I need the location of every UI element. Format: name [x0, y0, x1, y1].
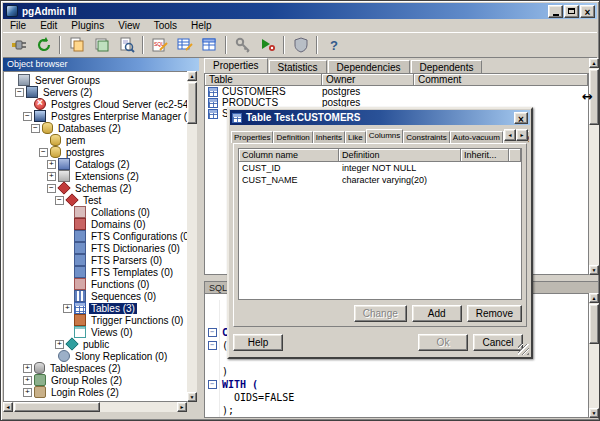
dialog-close-button[interactable] — [514, 112, 528, 124]
expand-toggle[interactable] — [23, 388, 32, 397]
scrollbar-left-arrow[interactable] — [3, 402, 13, 412]
menu-edit[interactable]: Edit — [33, 20, 64, 31]
tree-item-public[interactable]: public — [4, 338, 187, 350]
dialog-tab-definition[interactable]: Definition — [273, 131, 312, 143]
tab-scroll-right[interactable] — [516, 129, 528, 141]
tree-item-fts-configurations[interactable]: FTS Configurations (0) — [4, 230, 187, 242]
tree-item-functions[interactable]: Functions (0) — [4, 278, 187, 290]
column-header-table[interactable]: Table — [205, 74, 322, 86]
toolbar-help-button[interactable]: ? — [321, 34, 346, 56]
toolbar-execute-button[interactable] — [255, 34, 280, 56]
resize-grip[interactable] — [518, 344, 529, 355]
tree-item-postgres[interactable]: postgres — [4, 146, 187, 158]
tree-item-postgres-cloud-server[interactable]: Postgres Cloud Server (ec2-54-221-200-23… — [4, 98, 187, 110]
column-header-owner[interactable]: Owner — [322, 74, 414, 86]
tree-item-views[interactable]: Views (0) — [4, 326, 187, 338]
tree-item-databases[interactable]: Databases (2) — [4, 122, 187, 134]
collapse-toggle[interactable] — [47, 184, 56, 193]
help-button[interactable]: Help — [233, 334, 283, 351]
collapse-toggle[interactable] — [39, 148, 48, 157]
toolbar-windows-button[interactable] — [89, 34, 114, 56]
toolbar-key-button[interactable] — [230, 34, 255, 56]
tree-horizontal-scrollbar[interactable] — [3, 402, 187, 412]
tree-item-schemas[interactable]: Schemas (2) — [4, 182, 187, 194]
toolbar-doc-magnifier-button[interactable] — [114, 34, 139, 56]
column-header-comment[interactable]: Comment — [414, 74, 588, 86]
expand-toggle[interactable] — [47, 172, 56, 181]
toolbar-view-data-button[interactable] — [197, 34, 222, 56]
toolbar-edit-grid-button[interactable] — [172, 34, 197, 56]
scrollbar-up-arrow[interactable] — [589, 293, 599, 303]
tab-statistics[interactable]: Statistics — [269, 60, 327, 73]
menu-tools[interactable]: Tools — [147, 20, 184, 31]
expand-toggle[interactable] — [47, 160, 56, 169]
scrollbar-thumb[interactable] — [589, 304, 599, 344]
dialog-tab-constraints[interactable]: Constraints — [403, 131, 449, 143]
tree-item-tablespaces[interactable]: Tablespaces (2) — [4, 362, 187, 374]
dialog-tab-properties[interactable]: Properties — [231, 131, 273, 143]
tree-item-slony-replication[interactable]: Slony Replication (0) — [4, 350, 187, 362]
expand-toggle[interactable] — [23, 376, 32, 385]
tree-item-collations[interactable]: Collations (0) — [4, 206, 187, 218]
collapse-toggle[interactable] — [31, 124, 40, 133]
scrollbar-thumb[interactable] — [187, 82, 197, 124]
remove-button[interactable]: Remove — [467, 305, 522, 322]
menu-view[interactable]: View — [111, 20, 147, 31]
dialog-titlebar[interactable]: Table Test.CUSTOMERS — [230, 110, 530, 125]
tree-item-domains[interactable]: Domains (0) — [4, 218, 187, 230]
menu-help[interactable]: Help — [184, 20, 219, 31]
collapse-toggle[interactable] — [15, 88, 24, 97]
toolbar-shield-button[interactable] — [288, 34, 313, 56]
table-row-customers[interactable]: CUSTOMERS postgres — [205, 86, 588, 97]
fold-collapse-icon[interactable] — [208, 341, 217, 350]
scrollbar-down-arrow[interactable] — [187, 392, 197, 402]
dialog-tab-columns[interactable]: Columns — [366, 129, 404, 143]
dialog-tab-like[interactable]: Like — [345, 131, 366, 143]
window-titlebar[interactable]: pgAdmin III — [3, 3, 597, 19]
collapse-toggle[interactable] — [55, 196, 64, 205]
toolbar-sql-button[interactable]: SQL — [147, 34, 172, 56]
tree-item-trigger-functions[interactable]: Trigger Functions (0) — [4, 314, 187, 326]
menu-plugins[interactable]: Plugins — [64, 20, 111, 31]
minimize-button[interactable] — [548, 5, 563, 18]
dialog-tab-inherits[interactable]: Inherits — [313, 131, 345, 143]
tree-item-server-groups[interactable]: Server Groups — [4, 74, 187, 86]
tree-item-extensions[interactable]: Extensions (2) — [4, 170, 187, 182]
scrollbar-right-arrow[interactable] — [177, 402, 187, 412]
toolbar-plug-button[interactable] — [6, 34, 31, 56]
fold-collapse-icon[interactable] — [208, 380, 217, 389]
fold-collapse-icon[interactable] — [208, 328, 217, 337]
tree-item-group-roles[interactable]: Group Roles (2) — [4, 374, 187, 386]
column-header-inherited[interactable]: Inherit... — [461, 149, 509, 162]
tree-item-fts-dictionaries[interactable]: FTS Dictionaries (0) — [4, 242, 187, 254]
tree-item-test[interactable]: Test — [4, 194, 187, 206]
tree-vertical-scrollbar[interactable] — [187, 71, 197, 402]
maximize-button[interactable] — [564, 5, 579, 18]
menu-file[interactable]: File — [3, 20, 33, 31]
tab-properties[interactable]: Properties — [204, 58, 268, 73]
tree-item-tables[interactable]: Tables (3) — [4, 302, 187, 314]
tab-dependents[interactable]: Dependents — [411, 60, 483, 73]
tree-item-fts-templates[interactable]: FTS Templates (0) — [4, 266, 187, 278]
tree-item-postgres-enterprise-manager[interactable]: Postgres Enterprise Manager (localhost:5… — [4, 110, 187, 122]
scrollbar-thumb[interactable] — [14, 402, 100, 412]
tree-item-sequences[interactable]: Sequences (0) — [4, 290, 187, 302]
grid-row-cust-name[interactable]: CUST_NAME character varying(20) — [239, 174, 521, 186]
vertical-splitter[interactable] — [197, 58, 204, 418]
ok-button[interactable]: Ok — [418, 334, 468, 351]
column-header-name[interactable]: Column name — [239, 149, 339, 162]
tree-item-pem[interactable]: pem — [4, 134, 187, 146]
tab-dependencies[interactable]: Dependencies — [328, 60, 410, 73]
tree-item-login-roles[interactable]: Login Roles (2) — [4, 386, 187, 398]
column-header-definition[interactable]: Definition — [339, 149, 461, 162]
scrollbar-down-arrow[interactable] — [589, 265, 599, 275]
collapse-toggle[interactable] — [23, 112, 32, 121]
add-button[interactable]: Add — [412, 305, 462, 322]
tree-item-servers[interactable]: Servers (2) — [4, 86, 187, 98]
expand-toggle[interactable] — [55, 340, 64, 349]
sql-vertical-scrollbar[interactable] — [589, 293, 599, 418]
scrollbar-down-arrow[interactable] — [589, 408, 599, 418]
tree-item-fts-parsers[interactable]: FTS Parsers (0) — [4, 254, 187, 266]
expand-toggle[interactable] — [23, 364, 32, 373]
scrollbar-up-arrow[interactable] — [589, 58, 599, 68]
